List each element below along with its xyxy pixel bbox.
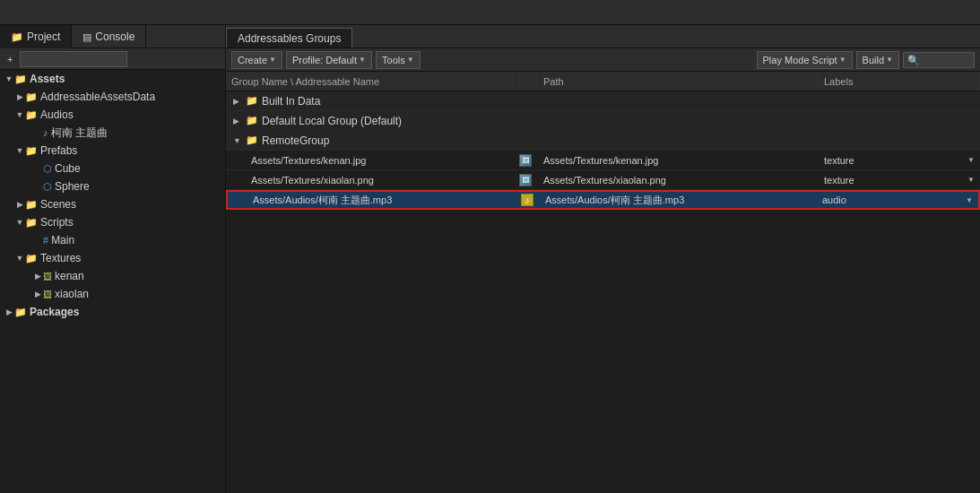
scenes-folder-icon: 📁 <box>25 199 38 211</box>
built-in-arrow: ▶ <box>233 97 242 106</box>
tree-item-prefabs[interactable]: ▼ 📁 Prefabs <box>0 142 225 160</box>
assets-arrow: ▼ <box>4 74 14 83</box>
tab-project[interactable]: 📁 Project <box>0 25 72 48</box>
tree-item-cube[interactable]: ⬡ Cube <box>0 160 225 177</box>
tree-item-scripts[interactable]: ▼ 📁 Scripts <box>0 213 225 231</box>
addressables-tab-label: Addressables Groups <box>238 32 341 45</box>
remote-arrow: ▼ <box>233 136 242 145</box>
kenan-img-icon: 🖼 <box>43 272 52 281</box>
create-button[interactable]: Create ▼ <box>231 51 282 69</box>
kenan-arrow: ▶ <box>32 272 43 281</box>
audio-mp3-music-icon: ♪ <box>521 194 533 206</box>
search-input[interactable] <box>20 51 127 67</box>
create-dropdown-icon: ▼ <box>269 56 276 64</box>
project-tree: ▼ 📁 Assets ▶ 📁 AddressableAssetsData ▼ 📁… <box>0 70 225 493</box>
tab-project-label: Project <box>27 30 60 43</box>
tree-item-addressable[interactable]: ▶ 📁 AddressableAssetsData <box>0 88 225 106</box>
group-built-in[interactable]: ▶ 📁 Built In Data <box>226 91 980 111</box>
xiaolan-png-labels: texture ▼ <box>819 170 980 189</box>
profile-button[interactable]: Profile: Default ▼ <box>286 51 372 69</box>
remote-folder-icon: 📁 <box>246 134 258 146</box>
tab-console[interactable]: ▤ Console <box>72 25 146 48</box>
project-toolbar: + <box>0 48 225 70</box>
assets-folder-icon: 📁 <box>14 74 27 85</box>
th-labels: Labels <box>819 72 980 91</box>
prefabs-folder-icon: 📁 <box>25 145 38 157</box>
audio-mp3-labels: audio ▼ <box>817 192 978 208</box>
main-layout: 📁 Project ▤ Console + ▼ 📁 Assets ▶ 📁 <box>0 25 980 493</box>
default-local-folder-icon: 📁 <box>246 115 258 126</box>
xiaolan-png-img-icon: 🖼 <box>519 174 532 186</box>
assets-label: Assets <box>30 73 65 85</box>
prefabs-label: Prefabs <box>40 144 77 157</box>
addressables-table: Group Name \ Addressable Name Path Label… <box>226 72 980 493</box>
kenan-jpg-labels: texture ▼ <box>819 151 980 169</box>
tree-item-scenes[interactable]: ▶ 📁 Scenes <box>0 195 225 213</box>
kenan-jpg-img-icon: 🖼 <box>519 154 532 167</box>
item-xiaolan-png[interactable]: Assets/Textures/xiaolan.png 🖼 Assets/Tex… <box>226 170 980 190</box>
addressable-folder-icon: 📁 <box>25 91 38 103</box>
packages-folder-icon: 📁 <box>14 307 27 318</box>
built-in-label: Built In Data <box>262 95 320 108</box>
xiaolan-arrow: ▶ <box>32 290 43 298</box>
profile-dropdown-icon: ▼ <box>359 56 366 64</box>
main-label: Main <box>51 234 74 246</box>
tree-item-xiaolan[interactable]: ▶ 🖼 xiaolan <box>0 285 225 303</box>
cube-label: Cube <box>55 162 81 175</box>
group-default-local[interactable]: ▶ 📁 Default Local Group (Default) <box>226 111 980 131</box>
tree-item-kenan[interactable]: ▶ 🖼 kenan <box>0 267 225 285</box>
tree-item-textures[interactable]: ▼ 📁 Textures <box>0 249 225 267</box>
addressable-arrow: ▶ <box>14 92 25 101</box>
packages-label: Packages <box>30 306 79 318</box>
xiaolan-label: xiaolan <box>55 288 89 300</box>
tools-dropdown-icon: ▼ <box>407 56 414 64</box>
add-button[interactable]: + <box>4 52 16 66</box>
play-mode-dropdown-icon: ▼ <box>839 56 846 64</box>
kenan-jpg-icon-cell: 🖼 <box>513 151 538 169</box>
kenan-jpg-label-text: texture <box>824 155 854 166</box>
audio-mp3-label: Assets/Audios/柯南 主题曲.mp3 <box>253 194 392 207</box>
tree-item-audios[interactable]: ▼ 📁 Audios <box>0 106 225 124</box>
top-bar <box>0 0 980 25</box>
tree-item-kena-music[interactable]: ♪ 柯南 主题曲 <box>0 124 225 142</box>
audio-mp3-icon-cell: ♪ <box>515 192 540 208</box>
scenes-arrow: ▶ <box>14 200 25 209</box>
audios-folder-icon: 📁 <box>25 109 38 121</box>
audio-mp3-label-dropdown[interactable]: ▼ <box>966 196 973 204</box>
addressable-label: AddressableAssetsData <box>40 91 155 103</box>
cube-icon: ⬡ <box>43 163 52 175</box>
textures-folder-icon: 📁 <box>25 253 38 264</box>
scripts-label: Scripts <box>40 216 74 229</box>
sphere-icon: ⬡ <box>43 181 52 193</box>
kenan-jpg-label: Assets/Textures/kenan.jpg <box>251 155 366 166</box>
xiaolan-img-icon: 🖼 <box>43 290 52 299</box>
build-button[interactable]: Build ▼ <box>856 51 899 69</box>
xiaolan-png-path: Assets/Textures/xiaolan.png <box>538 170 819 189</box>
item-audio-mp3[interactable]: Assets/Audios/柯南 主题曲.mp3 ♪ Assets/Audios… <box>226 190 980 210</box>
textures-arrow: ▼ <box>14 254 25 263</box>
audios-arrow: ▼ <box>14 110 25 119</box>
scripts-folder-icon: 📁 <box>25 217 38 229</box>
table-header: Group Name \ Addressable Name Path Label… <box>226 72 980 91</box>
item-kenan-jpg[interactable]: Assets/Textures/kenan.jpg 🖼 Assets/Textu… <box>226 151 980 170</box>
tools-button[interactable]: Tools ▼ <box>376 51 421 69</box>
audio-mp3-label-text: audio <box>822 195 846 205</box>
remote-label: RemoteGroup <box>262 134 329 147</box>
tree-item-sphere[interactable]: ⬡ Sphere <box>0 177 225 195</box>
xiaolan-png-label-dropdown[interactable]: ▼ <box>967 176 975 184</box>
folder-icon: 📁 <box>11 31 23 43</box>
scripts-arrow: ▼ <box>14 218 25 227</box>
group-remote[interactable]: ▼ 📁 RemoteGroup <box>226 131 980 151</box>
play-mode-button[interactable]: Play Mode Script ▼ <box>757 51 853 69</box>
tree-item-assets[interactable]: ▼ 📁 Assets <box>0 70 225 88</box>
default-local-arrow: ▶ <box>233 117 242 125</box>
addr-search-input[interactable] <box>903 52 975 68</box>
kenan-jpg-label-dropdown[interactable]: ▼ <box>967 156 975 164</box>
tree-item-packages[interactable]: ▶ 📁 Packages <box>0 303 225 321</box>
xiaolan-png-label: Assets/Textures/xiaolan.png <box>251 175 374 186</box>
tree-item-main[interactable]: # Main <box>0 231 225 249</box>
prefabs-arrow: ▼ <box>14 146 25 155</box>
packages-arrow: ▶ <box>4 307 14 316</box>
addressables-groups-tab[interactable]: Addressables Groups <box>226 28 352 48</box>
th-path: Path <box>538 72 819 91</box>
